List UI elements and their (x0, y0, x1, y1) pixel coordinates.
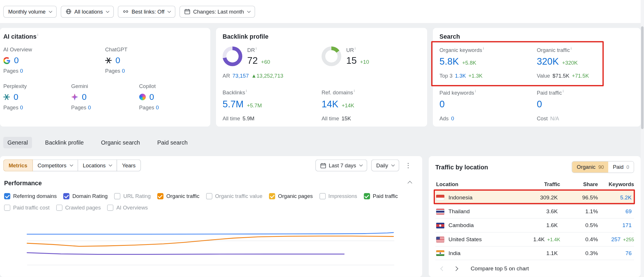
chevron-down-icon (391, 163, 395, 166)
ref-domains-value[interactable]: 14K (322, 98, 338, 109)
checkbox (4, 205, 10, 211)
metric-ai-overviews[interactable]: AI Overviews (107, 205, 148, 211)
volume-filter-button[interactable]: Monthly volume (3, 5, 57, 17)
paid-toggle[interactable]: Paid0 (608, 162, 634, 173)
metrics-segment[interactable]: Metrics (3, 160, 33, 171)
link-icon (123, 9, 129, 14)
metric-crawled-pages[interactable]: Crawled pages (56, 205, 101, 211)
table-row-thailand[interactable]: Thailand 3.6K 1.1% 69 (435, 204, 634, 218)
tab-backlink-profile[interactable]: Backlink profile (41, 137, 88, 148)
chatgpt-count[interactable]: 0 (115, 55, 120, 65)
next-page-icon[interactable] (454, 266, 458, 271)
copilot-count[interactable]: 0 (149, 92, 154, 102)
calendar-icon (185, 9, 190, 14)
scrollbar[interactable] (641, 0, 644, 277)
metric-paid-traffic[interactable]: Paid traffic (364, 193, 398, 199)
collapse-chevron-icon[interactable] (408, 181, 412, 185)
info-icon: i (355, 46, 356, 50)
keywords-link[interactable]: 257 (611, 236, 621, 242)
paid-keywords-value[interactable]: 0 (440, 99, 445, 110)
chatgpt-pages-link[interactable]: 0 (122, 68, 125, 74)
organic-traffic-stat: Organic traffici 320K +320K Value $71.5K… (537, 46, 634, 89)
calendar-icon (320, 162, 326, 168)
date-range-button[interactable]: Last 7 days (315, 160, 367, 171)
backlinks-stat: Backlinksi 5.7M +5.7M All time5.9M (223, 89, 322, 121)
ahrefs-rank-link[interactable]: 73,157 (232, 73, 249, 79)
tab-organic-search[interactable]: Organic search (97, 137, 144, 148)
chevron-down-icon (247, 9, 251, 13)
ads-link[interactable]: 0 (451, 116, 454, 122)
locations-segment[interactable]: Locations (78, 160, 117, 171)
keywords-link[interactable]: 76 (626, 250, 632, 256)
table-row-united-states[interactable]: United States 1.4K+1.4K 0.4% 257+255 (435, 232, 634, 246)
dr-value: 72 (247, 55, 258, 66)
locations-filter-button[interactable]: All locations (61, 5, 114, 17)
organic-keywords-value[interactable]: 5.8K (440, 56, 459, 67)
perplexity-count[interactable]: 0 (14, 92, 18, 102)
best-links-filter-button[interactable]: Best links: Off (118, 5, 175, 17)
checkbox (319, 193, 325, 199)
paid-traffic-value[interactable]: 0 (537, 99, 542, 110)
united-states-flag-icon (436, 237, 444, 242)
keywords-link[interactable]: 171 (622, 222, 632, 228)
ai-citation-perplexity: Perplexity 0 Pages0 (3, 83, 71, 111)
gemini-count[interactable]: 0 (82, 92, 87, 102)
scrollbar-thumb[interactable] (641, 26, 644, 129)
backlink-profile-card: Backlink profile DRi 72 +60 URi (216, 28, 427, 127)
traffic-by-location-panel: Traffic by location Organic90 Paid0 Loca… (429, 156, 641, 277)
backlink-profile-title: Backlink profile (223, 33, 420, 40)
tab-paid-search[interactable]: Paid search (153, 137, 192, 148)
dr-delta: +60 (261, 59, 270, 65)
granularity-button[interactable]: Daily (371, 160, 399, 171)
thailand-flag-icon (436, 209, 444, 214)
table-row-india[interactable]: India 1.1K 0.3% 76 (435, 246, 634, 260)
metric-organic-traffic[interactable]: Organic traffic (157, 193, 199, 199)
metric-impressions[interactable]: Impressions (319, 193, 357, 199)
metric-organic-traffic-value[interactable]: Organic traffic value (206, 193, 262, 199)
checkbox (56, 205, 62, 211)
chart-line-domain-rating (27, 253, 344, 254)
chevron-down-icon (70, 163, 73, 166)
changes-filter-button[interactable]: Changes: Last month (180, 5, 255, 17)
top3-keywords-link[interactable]: 1.3K (455, 73, 466, 79)
tab-general[interactable]: General (3, 137, 32, 148)
gemini-icon (71, 93, 78, 100)
copilot-pages-link[interactable]: 0 (156, 104, 159, 111)
ref-domains-stat: Ref. domainsi 14K +14K All time15K (322, 89, 420, 121)
table-row-cambodia[interactable]: Cambodia 1.6K 0.5% 171 (435, 218, 634, 232)
previous-page-icon[interactable] (440, 266, 445, 271)
chevron-down-icon (49, 9, 52, 13)
perplexity-pages-link[interactable]: 0 (20, 104, 23, 111)
search-card: Search Organic keywordsi 5.8K +5.8K Top … (433, 28, 641, 127)
location-table: Location Traffic Share Keywords Indonesi… (435, 178, 634, 260)
metric-paid-traffic-cost[interactable]: Paid traffic cost (4, 205, 50, 211)
paid-keywords-stat: Paid keywordsi 0 Ads 0 (440, 89, 537, 122)
organic-traffic-value[interactable]: 320K (537, 56, 559, 67)
india-flag-icon (436, 250, 444, 256)
chart-mode-controls: Metrics Competitors Locations Years (3, 160, 141, 171)
keywords-link[interactable]: 69 (626, 208, 632, 214)
table-row-indonesia[interactable]: Indonesia 309.2K 96.5% 5.2K (435, 190, 634, 204)
gemini-pages-link[interactable]: 0 (88, 104, 91, 111)
ur-delta: +10 (360, 59, 369, 65)
keywords-link[interactable]: 5.2K (620, 194, 632, 201)
metric-url-rating[interactable]: URL Rating (114, 193, 151, 199)
ai-overview-pages-link[interactable]: 0 (20, 68, 23, 74)
checkbox (63, 193, 70, 199)
compare-top5-label[interactable]: Compare top 5 on chart (471, 265, 529, 272)
filters-toolbar: Monthly volume All locations Best links:… (0, 0, 644, 23)
years-segment[interactable]: Years (117, 160, 141, 171)
metric-domain-rating[interactable]: Domain Rating (63, 193, 108, 199)
competitors-segment[interactable]: Competitors (32, 160, 78, 171)
paid-traffic-stat: Paid traffici 0 Cost N/A (537, 89, 634, 122)
info-icon: i (571, 46, 572, 50)
volume-filter-label: Monthly volume (8, 8, 46, 14)
organic-toggle[interactable]: Organic90 (572, 162, 608, 173)
info-icon: i (256, 46, 257, 50)
metric-referring-domains[interactable]: Referring domains (4, 193, 57, 199)
backlinks-value[interactable]: 5.7M (223, 98, 244, 109)
ai-overview-count[interactable]: 0 (14, 55, 19, 65)
metric-organic-pages[interactable]: Organic pages (269, 193, 313, 199)
kebab-menu-icon[interactable]: ⋮ (403, 162, 413, 169)
ur-donut (322, 46, 341, 66)
